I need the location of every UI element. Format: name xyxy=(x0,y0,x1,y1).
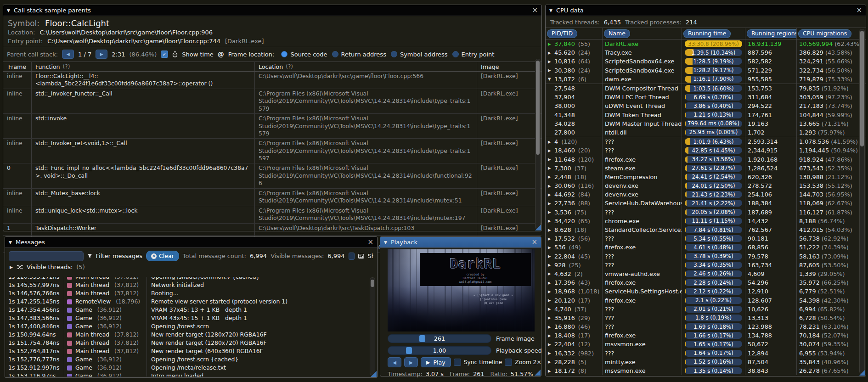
message-row[interactable]: 1s 147,255,145nsRemoteView (18,796)Remot… xyxy=(6,298,377,306)
message-row[interactable]: 1s 151,754,784nsMain thread (37,812)New … xyxy=(6,339,377,347)
cpu-row[interactable]: ▶4(120)???1:01.9 (6.43%)2,593,3141,078,5… xyxy=(546,137,866,146)
callstack-row[interactable]: 0std::_Func_impl_no_alloc<<lambda_5bc224… xyxy=(3,163,541,188)
expand-arrow-icon[interactable]: ▶ xyxy=(548,219,554,223)
message-row[interactable]: 1s 152,912,997nsGame (36,912)Opening /me… xyxy=(6,364,377,372)
expand-arrow-icon[interactable]: ▶ xyxy=(548,271,554,276)
collapse-icon[interactable]: ▼ xyxy=(9,240,12,245)
frame-location-option[interactable]: Source code xyxy=(281,51,327,58)
cpu-row[interactable]: 41,348DWM Token Thread1.21 s (0.13%)174,… xyxy=(546,111,866,119)
expand-arrow-icon[interactable]: ▶ xyxy=(548,201,554,206)
expand-arrow-icon[interactable]: ▶ xyxy=(548,59,554,64)
slider-thumb[interactable] xyxy=(406,347,412,354)
expand-arrow-icon[interactable]: ▶ xyxy=(548,351,554,355)
callstack-row[interactable]: 1TaskDispatch::WorkerC:\Users\wolf\Deskt… xyxy=(3,223,541,235)
next-callstack-button[interactable]: ▶ xyxy=(96,50,107,59)
cpu-row[interactable]: ▶28,228(5)mintty.exe1.52 s (0.16%)87,504… xyxy=(546,358,866,366)
expand-arrow-icon[interactable]: ▶ xyxy=(548,254,554,258)
message-filter-input[interactable] xyxy=(9,251,84,261)
collapse-arrow-icon[interactable]: ▼ xyxy=(548,77,554,81)
cpu-row[interactable]: ▶2,448(18)MemCompression24.41 s (2.54%)6… xyxy=(546,173,866,181)
callstack-row[interactable]: inlinestd::_Invoker_functor::_CallC:\Pro… xyxy=(3,89,541,113)
frame-location-option[interactable]: Entry point xyxy=(452,51,495,58)
cpu-row[interactable]: 38,000uDWM Event Thread3.86 s (0.40%)294… xyxy=(546,101,866,110)
prev-frame-button[interactable]: ◀ xyxy=(388,357,401,367)
cpu-row[interactable]: ▶30,060(116)devenv.exe24.01 s (2.50%)278… xyxy=(546,181,866,190)
cpu-row[interactable]: ▶16,880(46)???1.69 s (0.18%)123,98878,23… xyxy=(546,322,866,331)
frame-location-option[interactable]: Symbol address xyxy=(391,51,448,58)
frame-column-header[interactable]: Frame xyxy=(3,62,32,71)
cpu-row[interactable]: ▶18,460(20)???42.85 s (4.45%)2,344,9151,… xyxy=(546,146,866,155)
expand-arrow-icon[interactable]: ▶ xyxy=(548,315,554,320)
collapse-icon[interactable]: ▼ xyxy=(7,8,10,13)
cpu-row[interactable]: ▶7,300(37)steam.exe27.61 s (2.87%)1,286,… xyxy=(546,164,866,173)
show-images-checkbox[interactable] xyxy=(349,253,355,260)
playback-speed-slider[interactable]: 1.00 xyxy=(388,346,491,355)
expand-arrow-icon[interactable]: ▶ xyxy=(548,360,554,364)
expand-arrow-icon[interactable]: ▶ xyxy=(548,298,554,303)
cpu-row[interactable]: ▶44,692(84)devenv.exe21.43 s (2.23%)254,… xyxy=(546,190,866,199)
resize-grip[interactable] xyxy=(535,225,541,230)
message-row[interactable]: 1s 153,116,97nsGame (36,912)Intro menu l… xyxy=(6,372,377,376)
cpu-row[interactable]: ▶18,172(8)msvsmon.exe1.35 s (0.14%)38,84… xyxy=(546,366,866,375)
cpu-row[interactable]: ▶8,628(18)StandardCollector.Service.e7.8… xyxy=(546,225,866,234)
play-button[interactable]: ▶ Play xyxy=(421,357,451,367)
expand-arrow-icon[interactable]: ▶ xyxy=(548,210,554,214)
close-icon[interactable]: × xyxy=(532,7,538,14)
expand-arrow-icon[interactable]: ▶ xyxy=(548,263,554,267)
cpu-row[interactable]: ▶4,740(37)???2.01 s (0.21%)10,6266,994 (… xyxy=(546,305,866,314)
pid-column-header[interactable]: PID/TID xyxy=(546,28,603,39)
message-row[interactable]: 1s 147,354,456nsGame (36,912)VRAM 37x45:… xyxy=(6,306,377,314)
expand-arrow-icon[interactable]: ▶ xyxy=(548,325,554,329)
callstack-row[interactable]: inlinestd::_Invoker_ret<void,1>::_CallC:… xyxy=(3,138,541,163)
messages-scrollbar[interactable] xyxy=(370,277,375,376)
expand-arrow-icon[interactable]: ▶ xyxy=(548,140,554,144)
cpu-row[interactable]: ▶3,536(75)???20.05 s (2.08%)187,689116,1… xyxy=(546,208,866,217)
callstack-row[interactable]: inlinestd::_Mutex_base::lockC:\Program F… xyxy=(3,188,541,206)
expand-arrow-icon[interactable]: ▶ xyxy=(548,166,554,170)
callstack-row[interactable]: inlinestd::invokeC:\Program Files (x86)\… xyxy=(3,113,541,138)
cpu-row[interactable]: 37,904DWM LPC Port Thread6.69 s (0.70%)3… xyxy=(546,93,866,101)
expand-arrow-icon[interactable]: ▶ xyxy=(548,342,554,347)
message-row[interactable]: 1s 120,335,272nsMain thread (37,812)Open… xyxy=(6,277,377,281)
frame-image-slider[interactable]: 261 xyxy=(388,334,491,343)
cpu-row[interactable]: ▶35,916(29)???1.8 s (0.19%)13,3136,728 (… xyxy=(546,314,866,322)
prev-callstack-button[interactable]: ◀ xyxy=(62,50,74,59)
cpu-row[interactable]: 27,800ntdll.dll25.93 ms (0.00%)1,7021,29… xyxy=(546,128,866,137)
message-row[interactable]: 1s 147,400,846nsGame (36,912)Opening /fo… xyxy=(6,322,377,331)
expand-arrow-icon[interactable]: ▶ xyxy=(548,281,554,285)
cpu-row[interactable]: ▶22,404(12)msvsmon.exe1.65 s (0.17%)50,6… xyxy=(546,340,866,348)
playback-titlebar[interactable]: ▼ Playback × xyxy=(380,237,541,248)
message-row[interactable]: 1s 147,383,566nsGame (36,912)VRAM 43x45:… xyxy=(6,314,377,322)
zoom-2x-checkbox[interactable] xyxy=(505,359,512,366)
close-icon[interactable]: × xyxy=(531,239,537,246)
image-column-header[interactable]: Image xyxy=(477,62,541,71)
callstack-row[interactable]: inlinestd::unique_lock<std::mutex>::lock… xyxy=(3,206,541,223)
name-column-header[interactable]: Name xyxy=(603,28,682,39)
cpu-scrollbar[interactable] xyxy=(859,29,865,374)
callstack-titlebar[interactable]: ▼ Call stack sample parents × xyxy=(3,5,541,16)
expand-arrow-icon[interactable]: ▶ xyxy=(548,51,554,55)
resize-grip[interactable] xyxy=(859,370,865,376)
collapse-icon[interactable]: ▼ xyxy=(384,240,387,245)
expand-arrow-icon[interactable]: ▶ xyxy=(548,184,554,188)
cpu-row[interactable]: ▶22,804(45)???3.78 s (0.39%)79,57858,163… xyxy=(546,252,866,261)
message-row[interactable]: 1s 152,764,817nsMain thread (37,812)New … xyxy=(6,347,377,355)
cpu-row[interactable]: ▶16,332(982)???1.64 s (0.17%)12,8946,955… xyxy=(546,349,866,358)
expand-arrow-icon[interactable]: ▶ xyxy=(548,307,554,311)
cpu-row[interactable]: ▶20,120(17)firefox.exe2.1 s (0.22%)128,6… xyxy=(546,296,866,304)
collapse-icon[interactable]: ▼ xyxy=(549,8,552,13)
show-time-checkbox[interactable]: ✓ xyxy=(161,51,168,58)
expand-arrow-icon[interactable]: ▶ xyxy=(548,192,554,197)
function-column-header[interactable]: Function(?) xyxy=(32,62,255,71)
cpu-row[interactable]: ▼13,072(6)dwm.exe1:16.1 (7.90%)955,58571… xyxy=(546,75,866,84)
expand-arrow-icon[interactable]: ▶ xyxy=(548,174,554,179)
cpu-row[interactable]: ▶928(25)???3.34 s (0.35%)163,73487,605 (… xyxy=(546,261,866,270)
cpu-row[interactable]: ▶37,840(55)DarkRL.exe33:30.8 (208.96%)16… xyxy=(546,39,866,48)
running-regions-column-header[interactable]: Running regions xyxy=(745,28,797,39)
resize-grip[interactable] xyxy=(535,370,541,376)
expand-arrow-icon[interactable]: ▶ xyxy=(548,333,554,338)
expand-arrow-icon[interactable]: ▶ xyxy=(10,265,13,270)
close-icon[interactable]: × xyxy=(856,7,862,14)
resize-grip[interactable] xyxy=(371,371,377,377)
running-time-column-header[interactable]: Running time xyxy=(682,28,745,39)
